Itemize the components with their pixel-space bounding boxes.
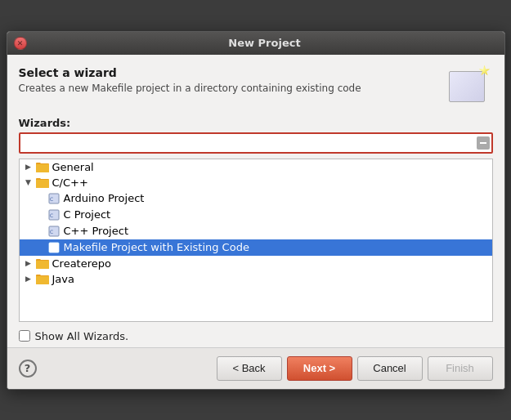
tree-item-cproject-label: C Project bbox=[64, 208, 111, 221]
expander-createrepo[interactable]: ▶ bbox=[23, 257, 34, 269]
tree-item-java-label: Java bbox=[52, 273, 74, 285]
show-all-wizards-checkbox[interactable] bbox=[19, 330, 30, 342]
window-title: New Project bbox=[32, 37, 498, 49]
expander-general[interactable]: ▶ bbox=[23, 161, 34, 172]
finish-button[interactable]: Finish bbox=[428, 356, 493, 381]
wizards-label: Wizards: bbox=[19, 117, 493, 129]
tree-item-general-label: General bbox=[52, 161, 94, 173]
expander-java[interactable]: ▶ bbox=[23, 273, 34, 284]
file-icon-cppproject: C bbox=[47, 225, 61, 238]
folder-icon-general bbox=[36, 162, 49, 172]
close-button[interactable]: ✕ bbox=[14, 37, 27, 50]
tree-item-general[interactable]: ▶ General bbox=[20, 159, 492, 175]
svg-text:C: C bbox=[50, 196, 53, 202]
tree-item-cppproject[interactable]: C C++ Project bbox=[20, 223, 492, 239]
help-button[interactable]: ? bbox=[19, 360, 37, 378]
expander-cproject bbox=[34, 209, 46, 221]
file-icon-cproject: C bbox=[47, 208, 61, 221]
file-icon-makefile: M bbox=[47, 241, 61, 254]
tree-item-cproject[interactable]: C C Project bbox=[20, 207, 492, 223]
header-description: Creates a new Makefile project in a dire… bbox=[19, 83, 361, 94]
tree-item-createrepo[interactable]: ▶ Createrepo bbox=[20, 256, 492, 271]
expander-makefile bbox=[34, 242, 46, 253]
new-project-window: ✕ New Project Select a wizard Creates a … bbox=[7, 31, 505, 390]
wizard-icon bbox=[449, 66, 493, 107]
tree-item-java[interactable]: ▶ Java bbox=[20, 271, 492, 287]
svg-text:C: C bbox=[50, 212, 53, 218]
cancel-button[interactable]: Cancel bbox=[357, 356, 423, 381]
expander-cppproject bbox=[34, 226, 46, 237]
tree-item-makefile[interactable]: M Makefile Project with Existing Code bbox=[20, 239, 492, 256]
tree-item-makefile-label: Makefile Project with Existing Code bbox=[64, 241, 249, 253]
svg-text:M: M bbox=[50, 245, 54, 251]
nav-buttons: < Back Next > Cancel Finish bbox=[217, 356, 493, 381]
titlebar-buttons: ✕ bbox=[14, 37, 27, 50]
folder-icon-createrepo bbox=[36, 258, 49, 269]
tree-item-cpp[interactable]: ▼ C/C++ bbox=[20, 175, 492, 190]
icon-folder bbox=[449, 71, 485, 102]
button-bar: ? < Back Next > Cancel Finish bbox=[7, 347, 504, 389]
folder-icon-java bbox=[36, 274, 49, 284]
page-title: Select a wizard bbox=[19, 66, 361, 79]
dialog-content: Select a wizard Creates a new Makefile p… bbox=[7, 55, 504, 347]
expander-cpp[interactable]: ▼ bbox=[23, 176, 34, 188]
wizard-tree[interactable]: ▶ General ▼ C/C++ bbox=[19, 159, 493, 322]
tree-item-arduino-label: Arduino Project bbox=[64, 192, 145, 204]
svg-text:C: C bbox=[50, 229, 53, 235]
search-input[interactable] bbox=[19, 132, 493, 154]
next-button[interactable]: Next > bbox=[287, 356, 352, 381]
show-all-wizards-label: Show All Wizards. bbox=[35, 330, 129, 342]
header-section: Select a wizard Creates a new Makefile p… bbox=[19, 66, 493, 107]
tree-item-cpp-label: C/C++ bbox=[52, 176, 88, 189]
tree-item-createrepo-label: Createrepo bbox=[52, 257, 111, 270]
header-text: Select a wizard Creates a new Makefile p… bbox=[19, 66, 361, 94]
back-button[interactable]: < Back bbox=[217, 356, 282, 381]
folder-icon-cpp bbox=[36, 177, 49, 188]
svg-rect-0 bbox=[480, 142, 486, 144]
expander-arduino bbox=[34, 193, 46, 204]
tree-item-arduino[interactable]: C Arduino Project bbox=[20, 190, 492, 207]
search-clear-button[interactable] bbox=[477, 136, 490, 150]
search-box-wrap bbox=[19, 132, 493, 154]
tree-item-cppproject-label: C++ Project bbox=[64, 225, 128, 237]
file-icon-arduino: C bbox=[47, 192, 61, 205]
show-all-wizards-row: Show All Wizards. bbox=[19, 322, 493, 347]
titlebar: ✕ New Project bbox=[7, 32, 504, 55]
